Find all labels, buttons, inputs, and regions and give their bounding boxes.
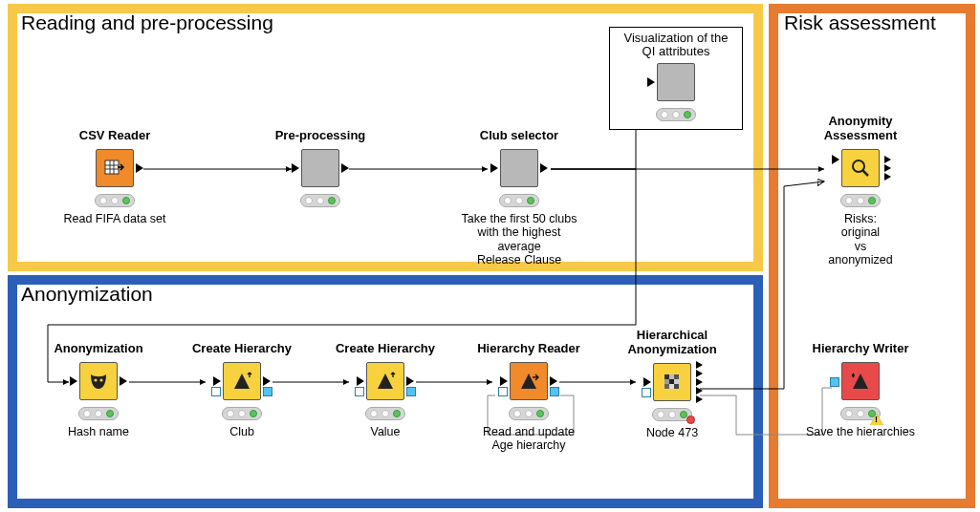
port-out [540, 163, 548, 173]
port-in [213, 376, 221, 386]
port-out [136, 163, 143, 173]
traffic-light [222, 407, 262, 420]
svg-rect-17 [674, 374, 679, 379]
visualization-box-title: Visualization of the QI attributes [616, 32, 736, 59]
node-hierarchy-reader[interactable]: Hierarchy Reader Read and update Age hie… [467, 342, 591, 453]
csv-reader-icon [96, 149, 134, 187]
node-title: Hierarchy Reader [477, 342, 580, 356]
node-title: Anonymization [54, 342, 142, 356]
model-port-in [211, 387, 221, 396]
port-out [550, 376, 557, 386]
node-title: Anonymity Assessment [824, 115, 898, 143]
hierarchy-reader-icon [510, 362, 548, 400]
node-caption: Read FIFA data set [63, 212, 165, 225]
traffic-light [652, 408, 692, 421]
svg-rect-8 [105, 160, 119, 174]
port-out [406, 376, 414, 386]
port-in [292, 163, 299, 173]
svg-rect-19 [669, 379, 674, 384]
mask-icon [79, 362, 118, 400]
traffic-light [840, 194, 881, 207]
port-out [263, 376, 271, 386]
visualization-box: Visualization of the QI attributes [609, 27, 743, 130]
group-preprocessing-title: Reading and pre-processing [21, 11, 273, 34]
port-in [500, 376, 508, 386]
port-in [832, 155, 839, 164]
node-hierarchy-writer[interactable]: Hierarchy Writer Save the hierarchies [798, 342, 923, 438]
node-title: Hierarchical Anonymization [627, 329, 716, 357]
node-caption: Save the hierarchies [806, 425, 915, 438]
model-port-out [550, 387, 559, 396]
node-caption: Take the first 50 clubs with the highest… [457, 212, 581, 267]
hierarchy-icon [223, 362, 261, 400]
node-caption: Value [370, 425, 400, 438]
node-title: Create Hierarchy [336, 342, 435, 356]
traffic-light [365, 407, 405, 420]
model-port-in [498, 387, 508, 396]
node-caption: Risks: original vs anonymized [828, 212, 892, 267]
viz-node-icon[interactable] [657, 63, 695, 101]
hierarchy-writer-icon [841, 362, 880, 400]
model-port-in [830, 377, 839, 387]
hierarchy-icon [366, 362, 404, 400]
group-anonymization-title: Anonymization [21, 283, 153, 306]
model-port-in [355, 387, 364, 396]
port-in [70, 376, 77, 386]
node-csv-reader[interactable]: CSV Reader Read FIFA data set [53, 129, 177, 225]
port-in [647, 77, 655, 87]
node-caption: Read and update Age hierarchy [483, 425, 575, 453]
model-port-out [263, 387, 272, 396]
traffic-light [509, 407, 549, 420]
node-anonymization[interactable]: Anonymization Hash name [36, 342, 161, 438]
group-risk-title: Risk assessment [784, 11, 936, 34]
node-create-hierarchy-2[interactable]: Create Hierarchy Value [323, 342, 447, 438]
node-title: Pre-processing [275, 129, 366, 143]
port-in [643, 377, 651, 387]
traffic-light [300, 194, 340, 207]
node-hierarchical-anonymization[interactable]: Hierarchical Anonymization Node 473 [610, 329, 734, 439]
node-preprocessing[interactable]: Pre-processing [258, 129, 382, 207]
svg-rect-22 [669, 384, 674, 389]
node-title: Hierarchy Writer [813, 342, 909, 356]
node-title: CSV Reader [79, 129, 150, 143]
traffic-light [499, 194, 539, 207]
warning-icon [870, 414, 883, 425]
svg-point-13 [94, 378, 97, 381]
node-caption: Node 473 [646, 426, 698, 439]
node-caption: Hash name [68, 425, 129, 438]
magnifier-icon [841, 149, 880, 187]
svg-line-25 [862, 170, 868, 176]
svg-point-14 [99, 378, 102, 381]
traffic-light [656, 108, 696, 121]
svg-rect-21 [664, 384, 669, 389]
node-club-selector[interactable]: Club selector Take the first 50 clubs wi… [457, 129, 581, 267]
port-in [490, 163, 498, 173]
node-create-hierarchy-1[interactable]: Create Hierarchy Club [180, 342, 304, 438]
svg-rect-18 [664, 379, 669, 384]
svg-rect-20 [674, 379, 679, 384]
traffic-light [78, 407, 119, 420]
ports-out [884, 156, 891, 181]
node-title: Create Hierarchy [192, 342, 292, 356]
node-caption: Club [229, 425, 254, 438]
svg-rect-16 [669, 374, 674, 379]
metanode-icon [500, 149, 538, 187]
node-anonymity-assessment[interactable]: Anonymity Assessment Risks: original vs … [798, 115, 923, 267]
model-port-out [406, 387, 416, 396]
port-out [120, 376, 127, 386]
model-port-in [642, 388, 651, 397]
ports-out [696, 361, 703, 403]
traffic-light [95, 194, 135, 207]
metanode-icon [301, 149, 339, 187]
svg-rect-23 [674, 384, 679, 389]
node-title: Club selector [480, 129, 558, 143]
port-in [357, 376, 364, 386]
error-indicator-icon [686, 416, 695, 424]
pixelate-icon [653, 363, 691, 401]
svg-rect-15 [664, 374, 669, 379]
port-out [341, 163, 349, 173]
port-in-2 [832, 170, 839, 180]
traffic-light [840, 407, 881, 420]
